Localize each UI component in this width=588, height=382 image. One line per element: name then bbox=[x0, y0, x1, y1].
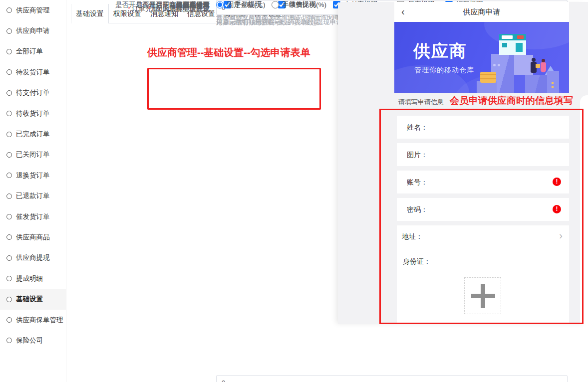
banner-title: 供应商 bbox=[413, 40, 467, 63]
background-panel-corner bbox=[580, 95, 588, 324]
annotation-note1: 供应商管理--基础设置--勾选申请表单 bbox=[147, 46, 310, 59]
circle-icon bbox=[6, 338, 12, 343]
mobile-field-account[interactable]: 账号： ! bbox=[397, 171, 569, 193]
sidebar-item-supplier-manage[interactable]: 供应商管理 bbox=[0, 0, 66, 20]
sidebar-item-label: 退换货订单 bbox=[16, 171, 50, 180]
mobile-page-title: 供应商申请 bbox=[463, 7, 501, 17]
required-alert-icon: ! bbox=[553, 205, 561, 213]
mobile-field-label: 图片： bbox=[397, 143, 569, 166]
radio-input[interactable] bbox=[272, 1, 279, 8]
circle-icon bbox=[6, 234, 12, 240]
sidebar-item-completed-orders[interactable]: 已完成订单 bbox=[0, 124, 66, 144]
upload-image-button[interactable] bbox=[464, 277, 501, 314]
sidebar-item-label: 供应商管理 bbox=[16, 6, 50, 15]
circle-icon bbox=[6, 214, 12, 219]
circle-icon bbox=[6, 297, 12, 302]
sidebar-item-label: 保险公司 bbox=[16, 336, 43, 345]
circle-icon bbox=[6, 276, 12, 281]
mobile-header: ‹ 供应商申请 bbox=[394, 2, 569, 22]
sidebar-item-supplier-goods[interactable]: 供应商商品 bbox=[0, 227, 66, 247]
mobile-field-address-idcard: 地址： › 身份证： bbox=[397, 225, 569, 323]
sidebar-item-label: 待支付订单 bbox=[16, 88, 50, 97]
sidebar-item-label: 已完成订单 bbox=[16, 130, 50, 139]
mobile-field-label: 地址： bbox=[402, 232, 423, 241]
sidebar-item-label: 供应商申请 bbox=[16, 26, 50, 35]
circle-icon bbox=[6, 132, 12, 137]
sidebar-item-closed-orders[interactable]: 已关闭订单 bbox=[0, 145, 66, 165]
mobile-field-password[interactable]: 密码： ! bbox=[397, 198, 569, 221]
plus-icon bbox=[481, 284, 485, 308]
sidebar-item-label: 待收货订单 bbox=[16, 109, 50, 118]
circle-icon bbox=[6, 69, 12, 75]
sidebar-item-label: 基础设置 bbox=[16, 295, 43, 304]
circle-icon bbox=[6, 28, 12, 34]
circle-icon bbox=[6, 7, 12, 13]
sidebar-item-label: 供应商提现 bbox=[16, 253, 50, 262]
sidebar-item-label: 供应商商品 bbox=[16, 233, 50, 242]
annotation-note2: 会员申请供应商时的信息填写 bbox=[450, 94, 573, 107]
sidebar-item-urge-ship-orders[interactable]: 催发货订单 bbox=[0, 206, 66, 227]
sidebar-item-label: 供应商保单管理 bbox=[16, 316, 63, 325]
sidebar-item-policy-manage[interactable]: 供应商保单管理 bbox=[0, 310, 66, 330]
sidebar-item-label: 待发货订单 bbox=[16, 68, 50, 77]
supplier-settings-page: 供应商管理 供应商申请 全部订单 待发货订单 待支付订单 待收货订单 已完成订单… bbox=[0, 0, 588, 382]
gold-boxes-icon bbox=[480, 72, 496, 83]
mobile-field-label: 账号： bbox=[397, 171, 569, 193]
circle-icon bbox=[6, 193, 12, 199]
sidebar-item-to-receive-orders[interactable]: 待收货订单 bbox=[0, 103, 66, 124]
circle-icon bbox=[6, 173, 12, 178]
mobile-field-label: 姓名： bbox=[397, 116, 569, 139]
sidebar-item-to-pay-orders[interactable]: 待支付订单 bbox=[0, 83, 66, 103]
sidebar-item-label: 已关闭订单 bbox=[16, 150, 50, 159]
sidebar-item-to-ship-orders[interactable]: 待发货订单 bbox=[0, 62, 66, 82]
back-icon[interactable]: ‹ bbox=[401, 6, 405, 17]
sidebar-item-label: 提成明细 bbox=[16, 274, 43, 283]
sidebar-item-all-orders[interactable]: 全部订单 bbox=[0, 41, 66, 62]
cloud-shape bbox=[484, 22, 569, 49]
form-row-withdraw-fee: 提现手续费 固定金额(元) 手续费比例(%) bbox=[66, 0, 326, 9]
sidebar-item-commission-detail[interactable]: 提成明细 bbox=[0, 268, 66, 289]
radio-fee-fixed[interactable]: 固定金额(元) bbox=[216, 0, 266, 9]
sidebar-item-return-orders[interactable]: 退换货订单 bbox=[0, 165, 66, 186]
sidebar-item-label: 催发货订单 bbox=[16, 212, 50, 221]
cube-shape bbox=[525, 75, 547, 93]
circle-icon bbox=[6, 111, 12, 116]
mobile-banner: 供应商 管理你的移动仓库 bbox=[394, 22, 569, 93]
mobile-field-label: 身份证： bbox=[403, 257, 431, 266]
mobile-field-label: 密码： bbox=[397, 198, 569, 221]
mobile-preview-panel: ‹ 供应商申请 供应商 管理你的移动仓库 请填写申请信息 会员申请供应商时的信息… bbox=[338, 2, 588, 324]
required-alert-icon: ! bbox=[553, 178, 561, 186]
sidebar-item-supplier-apply[interactable]: 供应商申请 bbox=[0, 20, 66, 41]
circle-icon bbox=[6, 90, 12, 96]
mobile-field-image[interactable]: 图片： bbox=[397, 143, 569, 166]
people-illustration bbox=[530, 58, 547, 76]
sidebar: 供应商管理 供应商申请 全部订单 待发货订单 待支付订单 待收货订单 已完成订单… bbox=[0, 0, 66, 382]
sidebar-item-supplier-withdraw[interactable]: 供应商提现 bbox=[0, 248, 66, 268]
circle-icon bbox=[6, 49, 12, 54]
banner-subtitle: 管理你的移动仓库 bbox=[414, 66, 474, 75]
chevron-right-icon[interactable]: › bbox=[559, 230, 563, 241]
field-label: 提现手续费 bbox=[66, 0, 210, 9]
radio-input[interactable] bbox=[216, 1, 224, 8]
apply-section-title: 请填写申请信息 bbox=[398, 98, 444, 107]
radio-fee-percent[interactable]: 手续费比例(%) bbox=[272, 0, 327, 9]
storefront-icon bbox=[499, 34, 526, 55]
sidebar-item-basic-settings[interactable]: 基础设置 bbox=[0, 289, 66, 309]
circle-icon bbox=[6, 317, 12, 323]
withdraw-fee-input[interactable] bbox=[216, 375, 568, 382]
mobile-field-name[interactable]: 姓名： bbox=[397, 116, 569, 139]
red-highlight-box-form-select bbox=[147, 68, 321, 110]
circle-icon bbox=[6, 152, 12, 158]
sidebar-item-label: 全部订单 bbox=[16, 47, 43, 56]
sidebar-item-label: 已退款订单 bbox=[16, 191, 50, 200]
cube-shape bbox=[547, 71, 559, 93]
sidebar-item-insurance-company[interactable]: 保险公司 bbox=[0, 330, 66, 351]
sidebar-item-refunded-orders[interactable]: 已退款订单 bbox=[0, 186, 66, 206]
circle-icon bbox=[6, 255, 12, 261]
